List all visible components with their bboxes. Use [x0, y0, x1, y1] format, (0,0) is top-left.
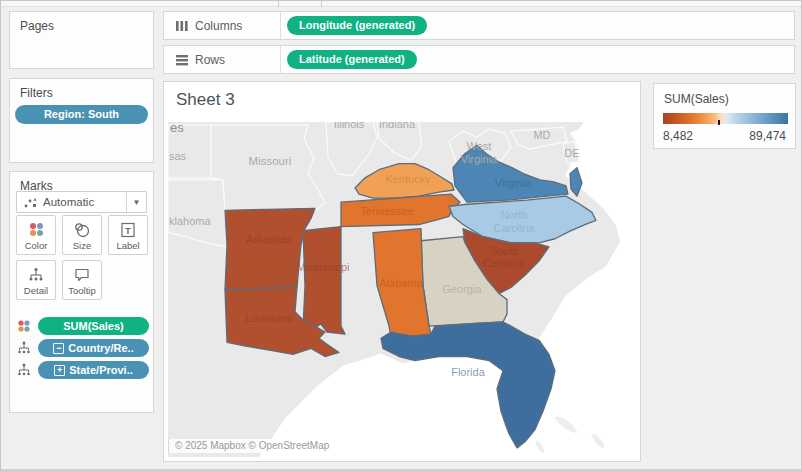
columns-icon	[175, 19, 189, 33]
expand-plus-icon[interactable]: +	[54, 365, 65, 376]
legend-max-value: 89,474	[749, 129, 786, 143]
svg-text:Florida: Florida	[451, 366, 485, 378]
choropleth-map: es sas Missouri klahoma Illinois Indiana…	[168, 122, 638, 457]
label-button[interactable]: T Label	[108, 215, 148, 255]
marks-pill-row: + State/Provi..	[16, 361, 149, 379]
legend-center-tick	[718, 120, 720, 125]
rows-shelf-label: Rows	[195, 53, 225, 67]
legend-gradient-bar[interactable]	[663, 113, 788, 124]
color-dots-icon	[16, 318, 32, 334]
filters-title: Filters	[20, 86, 53, 100]
tooltip-bubble-icon	[73, 266, 91, 284]
pill-state-province[interactable]: + State/Provi..	[38, 361, 149, 379]
tooltip-button[interactable]: Tooltip	[62, 260, 102, 300]
svg-text:DE: DE	[564, 146, 579, 158]
sheet-title[interactable]: Sheet 3	[176, 90, 235, 110]
legend-title: SUM(Sales)	[664, 92, 729, 106]
svg-text:MD: MD	[533, 129, 550, 141]
svg-text:Virginia: Virginia	[461, 153, 498, 165]
color-legend: SUM(Sales) 8,482 89,474	[653, 83, 796, 149]
pill-label: Latitude (generated)	[299, 50, 405, 69]
size-circles-icon	[73, 221, 91, 239]
color-dots-icon	[27, 221, 45, 239]
islands	[534, 414, 606, 454]
svg-text:North: North	[501, 209, 528, 221]
shelf-divider	[280, 46, 281, 73]
chevron-down-icon[interactable]: ▼	[126, 192, 146, 212]
map-attribution[interactable]: © 2025 Mapbox © OpenStreetMap	[168, 439, 335, 453]
marks-pill-row: SUM(Sales)	[16, 317, 149, 335]
toolbar-divider	[278, 1, 279, 7]
size-button[interactable]: Size	[62, 215, 102, 255]
svg-text:Carolina: Carolina	[484, 257, 526, 269]
rows-icon	[175, 53, 189, 67]
svg-text:Georgia: Georgia	[442, 282, 482, 294]
detail-button[interactable]: Detail	[16, 260, 56, 300]
tooltip-button-label: Tooltip	[63, 285, 101, 296]
svg-text:Mississippi: Mississippi	[296, 261, 349, 273]
map-state-mississippi[interactable]	[303, 227, 345, 335]
detail-hierarchy-icon	[16, 362, 32, 378]
size-button-label: Size	[63, 240, 101, 251]
filters-shelf[interactable]: Filters Region: South	[9, 78, 154, 163]
detail-hierarchy-icon	[27, 266, 45, 284]
toolbar-divider	[321, 1, 322, 7]
svg-text:Tennessee: Tennessee	[360, 205, 413, 217]
svg-text:Alabama: Alabama	[379, 277, 423, 289]
detail-hierarchy-icon	[16, 340, 32, 356]
pill-longitude[interactable]: Longitude (generated)	[287, 16, 427, 35]
svg-text:Arkansas: Arkansas	[246, 233, 292, 245]
svg-text:klahoma: klahoma	[169, 214, 211, 226]
filter-pill-label: Region: South	[44, 105, 119, 124]
mark-type-label: Automatic	[43, 196, 94, 208]
columns-shelf[interactable]: Columns Longitude (generated)	[163, 11, 795, 40]
svg-text:sas: sas	[169, 149, 187, 161]
pill-label: Longitude (generated)	[299, 16, 415, 35]
toolbar-edge	[1, 1, 802, 7]
mark-type-icon	[23, 196, 39, 210]
pill-label: State/Provi..	[69, 361, 133, 380]
pill-label: Country/Re..	[68, 339, 133, 358]
color-button[interactable]: Color	[16, 215, 56, 255]
color-button-label: Color	[17, 240, 55, 251]
svg-text:Carolina: Carolina	[494, 222, 536, 234]
mark-type-dropdown[interactable]: Automatic ▼	[16, 191, 147, 213]
svg-text:Missouri: Missouri	[249, 155, 292, 167]
columns-shelf-label: Columns	[195, 19, 242, 33]
marks-pill-row: − Country/Re..	[16, 339, 149, 357]
svg-text:Kentucky: Kentucky	[385, 173, 431, 185]
pill-latitude[interactable]: Latitude (generated)	[287, 50, 417, 69]
label-button-label: Label	[109, 240, 147, 251]
collapse-minus-icon[interactable]: −	[53, 343, 64, 354]
svg-text:T: T	[125, 225, 131, 236]
pill-sum-sales[interactable]: SUM(Sales)	[38, 317, 149, 335]
worksheet: Sheet 3	[163, 81, 641, 462]
pill-country-region[interactable]: − Country/Re..	[38, 339, 149, 357]
rows-shelf[interactable]: Rows Latitude (generated)	[163, 45, 795, 74]
svg-text:Illinois: Illinois	[334, 122, 365, 130]
label-T-icon: T	[119, 221, 137, 239]
map-state-florida[interactable]	[381, 322, 555, 448]
svg-text:West: West	[467, 140, 492, 152]
svg-text:South: South	[490, 245, 519, 257]
detail-button-label: Detail	[17, 285, 55, 296]
svg-text:Louisiana: Louisiana	[245, 312, 293, 324]
filter-pill-region-south[interactable]: Region: South	[15, 105, 148, 124]
pages-shelf[interactable]: Pages	[9, 11, 154, 69]
svg-text:Virginia: Virginia	[495, 177, 532, 189]
map-view[interactable]: es sas Missouri klahoma Illinois Indiana…	[168, 122, 638, 457]
tableau-workspace: Pages Filters Region: South Marks Automa…	[0, 0, 802, 472]
svg-text:Indiana: Indiana	[379, 122, 416, 130]
marks-card: Marks Automatic ▼ Color	[9, 171, 154, 413]
pages-title: Pages	[20, 19, 54, 33]
legend-min-value: 8,482	[663, 129, 693, 143]
shelf-divider	[280, 12, 281, 39]
svg-text:es: es	[170, 122, 184, 135]
pill-label: SUM(Sales)	[63, 317, 124, 336]
